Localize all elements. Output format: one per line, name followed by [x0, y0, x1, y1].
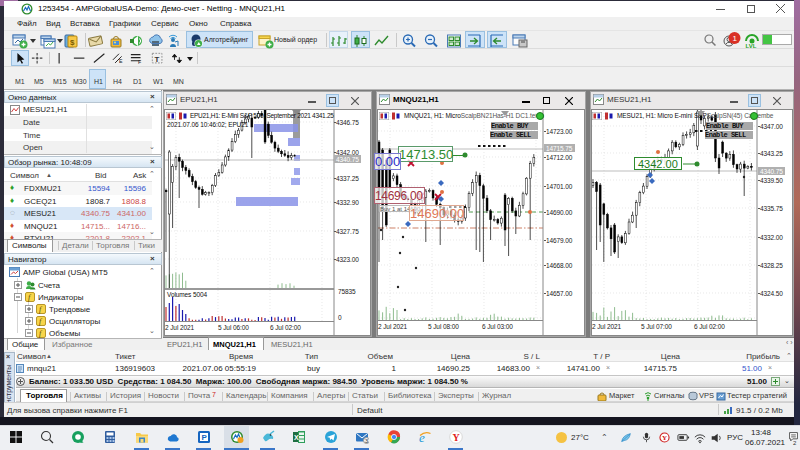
svg-text:Y: Y	[662, 434, 667, 442]
svg-text:Y: Y	[453, 432, 461, 443]
svg-text:3: 3	[365, 438, 368, 444]
svg-text:E: E	[119, 58, 123, 64]
svg-text:1: 1	[733, 34, 738, 43]
svg-text:e: e	[419, 430, 425, 444]
svg-text:X: X	[294, 434, 299, 441]
svg-text:P: P	[202, 433, 208, 442]
svg-text:$: $	[70, 38, 75, 47]
svg-text:F: F	[138, 59, 141, 65]
svg-text:T: T	[155, 55, 160, 64]
svg-text:LVL: LVL	[746, 43, 757, 49]
